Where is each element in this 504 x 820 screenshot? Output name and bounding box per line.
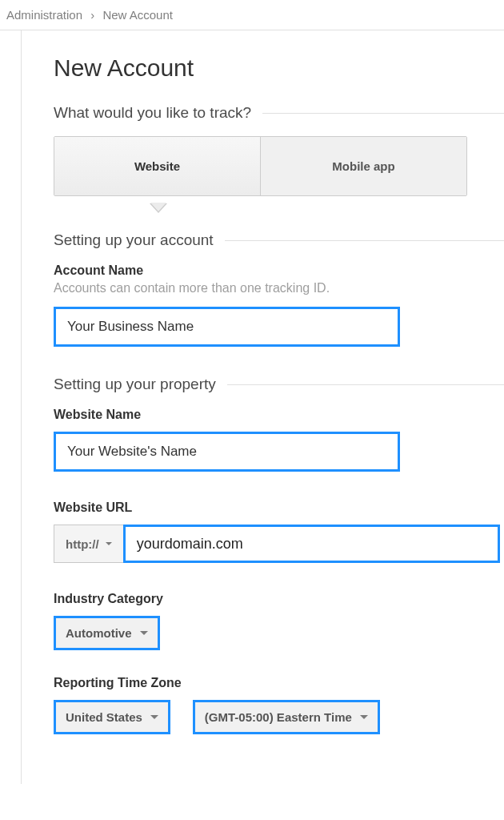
chevron-down-icon [360,715,368,719]
industry-value: Automotive [66,626,132,640]
website-url-label: Website URL [54,500,504,515]
divider [262,113,504,114]
website-name-label: Website Name [54,408,504,422]
protocol-select[interactable]: http:// [54,525,124,563]
website-url-input[interactable]: yourdomain.com [123,525,500,563]
tab-website-label: Website [134,159,180,173]
divider [227,384,504,385]
track-tab-group: Website Mobile app [54,136,467,196]
industry-label: Industry Category [54,592,504,606]
breadcrumb-current: New Account [102,8,173,22]
timezone-country-value: United States [66,710,142,724]
protocol-value: http:// [66,537,99,551]
section-account-heading: Setting up your account [54,231,214,249]
tab-active-indicator [54,204,504,215]
account-name-input[interactable]: Your Business Name [54,307,400,347]
breadcrumb-parent[interactable]: Administration [6,8,82,22]
timezone-tz-select[interactable]: (GMT-05:00) Eastern Time [193,700,380,734]
website-name-input[interactable]: Your Website's Name [54,432,400,472]
section-track-heading: What would you like to track? [54,104,251,122]
page-title: New Account [54,54,504,82]
timezone-tz-value: (GMT-05:00) Eastern Time [205,710,352,724]
tab-website[interactable]: Website [54,137,260,195]
chevron-down-icon [150,715,158,719]
section-property-heading: Setting up your property [54,376,216,393]
breadcrumb-separator: › [90,8,94,22]
section-track-header: What would you like to track? [54,104,504,122]
chevron-down-icon [106,542,112,545]
industry-select[interactable]: Automotive [54,616,160,650]
chevron-down-icon [140,631,148,635]
account-name-label: Account Name [54,263,504,278]
section-property-header: Setting up your property [54,376,504,393]
account-name-hint: Accounts can contain more than one track… [54,281,504,295]
section-account-header: Setting up your account [54,231,504,249]
tab-mobile-app-label: Mobile app [332,159,394,173]
timezone-country-select[interactable]: United States [54,700,170,734]
breadcrumb: Administration › New Account [0,0,504,30]
tab-mobile-app[interactable]: Mobile app [260,137,466,195]
timezone-label: Reporting Time Zone [54,676,504,690]
divider [225,240,504,241]
